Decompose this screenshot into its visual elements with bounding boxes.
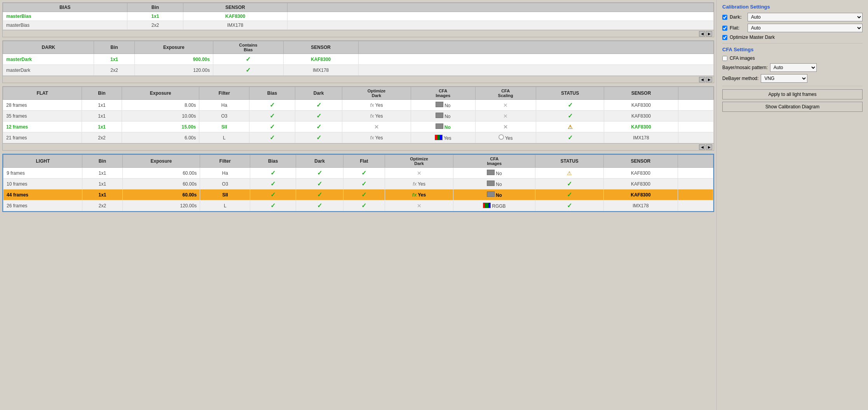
light-row4-cfa: RGGB xyxy=(453,200,535,211)
light-row3-bias: ✓ xyxy=(250,189,296,200)
dark-scroll-left[interactable]: ◀ xyxy=(699,77,705,82)
dark-scroll-right[interactable]: ▶ xyxy=(706,77,712,82)
dark-row1-extra xyxy=(358,54,714,65)
flat-col-6: OptimizeDark xyxy=(342,87,411,100)
dark-col-0: DARK xyxy=(3,41,94,54)
flat-row4-bin: 2x2 xyxy=(82,132,122,143)
dark-row-2[interactable]: masterDark 2x2 120.00s ✓ IMX178 xyxy=(3,65,714,76)
flat-row1-status: ✓ xyxy=(536,100,604,111)
check-icon: ✓ xyxy=(361,191,366,198)
light-row-4[interactable]: 26 frames 2x2 120.00s L ✓ ✓ ✓ ✕ R xyxy=(3,200,713,211)
dark-col-4: SENSOR xyxy=(283,41,358,54)
flat-row-1[interactable]: 28 frames 1x1 8.00s Ha ✓ ✓ fx Yes No ✕ ✓… xyxy=(3,100,714,111)
bias-row-2[interactable]: masterBias 2x2 IMX178 xyxy=(3,21,714,30)
light-row-3[interactable]: 44 frames 1x1 60.00s SII ✓ ✓ ✓ fx Yes No… xyxy=(3,189,713,200)
flat-col-3: Filter xyxy=(199,87,249,100)
light-row3-filter: SII xyxy=(200,189,250,200)
dark-row-1[interactable]: masterDark 1x1 900.00s ✓ KAF8300 xyxy=(3,54,714,65)
dark-row1-exp: 900.00s xyxy=(134,54,213,65)
flat-checkbox[interactable] xyxy=(722,26,727,31)
dark-row1-sensor: KAF8300 xyxy=(283,54,358,65)
light-row1-status: ⚠ xyxy=(535,168,604,179)
debayer-select[interactable]: VNG xyxy=(761,74,807,83)
light-row2-filter: O3 xyxy=(200,179,250,189)
check-icon: ✓ xyxy=(316,102,321,108)
bias-row1-sensor: KAF8300 xyxy=(183,12,287,21)
flat-col-4: Bias xyxy=(249,87,295,100)
flat-row4-dark: ✓ xyxy=(295,132,342,143)
flat-row2-filter: O3 xyxy=(199,111,249,122)
dark-checkbox[interactable] xyxy=(722,15,727,20)
bias-row-1[interactable]: masterBias 1x1 KAF8300 xyxy=(3,12,714,21)
check-icon: ✓ xyxy=(567,202,572,209)
bias-row1-bin: 1x1 xyxy=(127,12,183,21)
cfa-gray-icon xyxy=(487,181,495,186)
light-col-7: OptimizeDark xyxy=(385,155,453,168)
check-icon: ✓ xyxy=(317,170,322,176)
light-row3-cfa: No xyxy=(453,189,535,200)
fx-icon: fx xyxy=(370,135,374,141)
dark-row1-name: masterDark xyxy=(3,54,94,65)
light-row3-sensor: KAF8300 xyxy=(604,189,678,200)
bias-scroll-left[interactable]: ◀ xyxy=(699,31,705,36)
light-col-4: Bias xyxy=(250,155,296,168)
flat-row4-optdark: fx Yes xyxy=(342,132,411,143)
flat-row-2[interactable]: 35 frames 1x1 10.00s O3 ✓ ✓ fx Yes No ✕ … xyxy=(3,111,714,122)
check-icon: ✓ xyxy=(317,202,322,209)
cfa-gray-icon xyxy=(487,191,495,197)
flat-table: FLAT Bin Exposure Filter Bias Dark Optim… xyxy=(3,87,714,143)
check-icon: ✓ xyxy=(270,202,275,209)
light-row4-flat: ✓ xyxy=(343,200,385,211)
flat-row4-extra xyxy=(678,132,713,143)
light-row3-dark: ✓ xyxy=(296,189,343,200)
flat-row1-bin: 1x1 xyxy=(82,100,122,111)
apply-to-all-button[interactable]: Apply to all light frames xyxy=(722,89,863,99)
flat-scrollbar: ◀ ▶ xyxy=(3,143,714,150)
light-row1-extra xyxy=(678,168,713,179)
light-row-1[interactable]: 9 frames 1x1 60.00s Ha ✓ ✓ ✓ ✕ No ⚠ KAF8… xyxy=(3,168,713,179)
flat-row-3[interactable]: 12 frames 1x1 15.00s SII ✓ ✓ ✕ No ✕ ⚠ KA… xyxy=(3,122,714,132)
check-icon: ✓ xyxy=(270,170,275,176)
flat-row1-frames: 28 frames xyxy=(3,100,82,111)
light-row4-exp: 120.00s xyxy=(122,200,200,211)
dark-row1-bias: ✓ xyxy=(213,54,283,65)
flat-row3-optdark: ✕ xyxy=(342,122,411,132)
debayer-row: DeBayer method: VNG xyxy=(722,74,863,83)
fx-icon: fx xyxy=(413,181,417,187)
bias-row2-name: masterBias xyxy=(3,21,127,30)
check-icon: ✓ xyxy=(246,67,251,73)
flat-scroll-right[interactable]: ▶ xyxy=(706,144,712,150)
light-row4-bin: 2x2 xyxy=(82,200,122,211)
cross-icon: ✕ xyxy=(503,113,508,119)
light-row1-dark: ✓ xyxy=(296,168,343,179)
flat-row4-frames: 21 frames xyxy=(3,132,82,143)
dark-row1-bin: 1x1 xyxy=(94,54,134,65)
flat-col-9: STATUS xyxy=(536,87,604,100)
light-row3-flat: ✓ xyxy=(343,189,385,200)
dark-select[interactable]: Auto xyxy=(748,13,863,21)
divider-1 xyxy=(722,43,863,43)
dark-label: Dark: xyxy=(730,14,745,20)
flat-select[interactable]: Auto xyxy=(748,24,863,32)
optimize-checkbox[interactable] xyxy=(722,35,727,40)
sensor-col-header: SENSOR xyxy=(183,3,287,12)
flat-col-1: Bin xyxy=(82,87,122,100)
bayer-select[interactable]: Auto xyxy=(770,63,817,72)
cfa-images-checkbox[interactable] xyxy=(722,56,727,61)
light-row3-frames: 44 frames xyxy=(3,189,82,200)
flat-row-4[interactable]: 21 frames 2x2 6.00s L ✓ ✓ fx Yes Yes xyxy=(3,132,714,143)
flat-row1-optdark: fx Yes xyxy=(342,100,411,111)
dark-row2-bias: ✓ xyxy=(213,65,283,76)
check-icon: ✓ xyxy=(270,191,275,198)
cfa-gray-icon xyxy=(436,123,443,129)
check-icon: ✓ xyxy=(316,134,321,141)
light-row-2[interactable]: 10 frames 1x1 60.00s O3 ✓ ✓ ✓ fx Yes No … xyxy=(3,179,713,189)
show-diagram-button[interactable]: Show Calibration Diagram xyxy=(722,102,863,112)
flat-row3-dark: ✓ xyxy=(295,122,342,132)
flat-scroll-left[interactable]: ◀ xyxy=(699,144,705,150)
flat-row2-extra xyxy=(678,111,713,122)
bias-scroll-right[interactable]: ▶ xyxy=(706,31,712,36)
flat-settings-row: Flat: Auto xyxy=(722,24,863,32)
light-extra-col xyxy=(678,155,713,168)
flat-row2-frames: 35 frames xyxy=(3,111,82,122)
